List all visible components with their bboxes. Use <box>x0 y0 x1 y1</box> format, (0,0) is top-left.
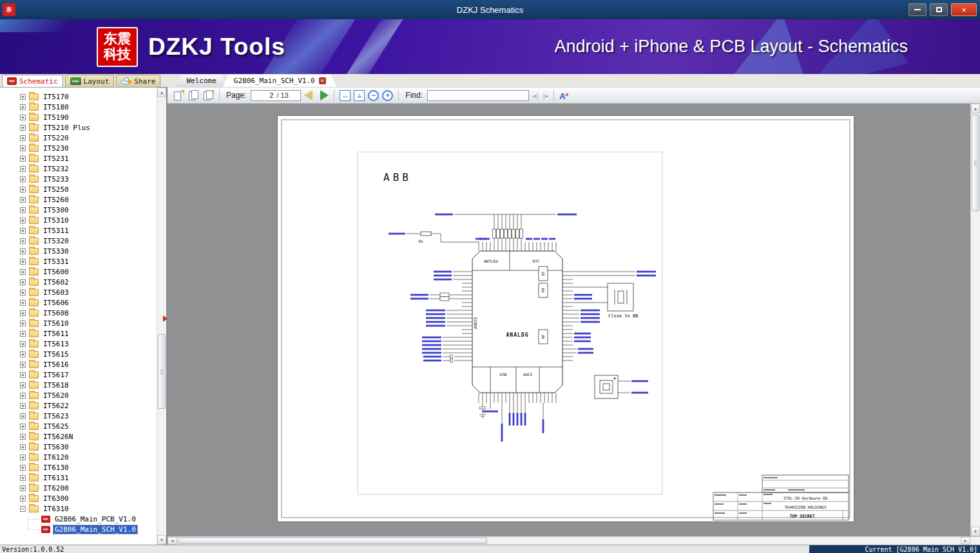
tree-folder[interactable]: +IT5220 <box>0 133 157 143</box>
expand-icon[interactable]: + <box>20 413 26 419</box>
viewer-scroll-track[interactable] <box>971 113 980 527</box>
expand-icon[interactable]: + <box>20 321 26 326</box>
expand-icon[interactable]: + <box>20 444 26 450</box>
font-size-icon[interactable]: Aa <box>559 90 568 100</box>
expand-icon[interactable]: + <box>20 104 26 110</box>
expand-icon[interactable]: + <box>20 310 26 316</box>
tree-folder[interactable]: +IT5625 <box>0 421 157 431</box>
page-number-input[interactable]: 2 / 13 <box>251 90 301 101</box>
expand-icon[interactable]: + <box>20 176 26 182</box>
tree-folder[interactable]: +IT5602 <box>0 277 157 287</box>
viewer-vertical-scrollbar[interactable]: ▲ ▼ <box>970 104 980 536</box>
tree-folder[interactable]: +IT6120 <box>0 452 157 462</box>
doc-tab-welcome[interactable]: Welcome <box>175 75 227 87</box>
next-page-button[interactable] <box>320 90 329 100</box>
tree-folder-expanded[interactable]: −IT6310 <box>0 503 157 514</box>
tree-folder[interactable]: +IT5331 <box>0 256 157 267</box>
tree-folder[interactable]: +IT5310 <box>0 215 157 225</box>
expand-icon[interactable]: + <box>20 115 26 120</box>
fit-width-button[interactable]: ↔ <box>340 90 351 101</box>
expand-icon[interactable]: + <box>20 145 26 151</box>
scroll-right-icon[interactable]: ► <box>961 537 970 545</box>
expand-icon[interactable]: + <box>20 269 26 275</box>
tree-folder[interactable]: +IT5630 <box>0 442 157 452</box>
viewer-scroll-thumb[interactable] <box>972 115 979 211</box>
tree-folder[interactable]: +IT6200 <box>0 483 157 493</box>
tree-folder[interactable]: +IT5330 <box>0 246 157 256</box>
tree-folder[interactable]: +IT5613 <box>0 339 157 349</box>
single-page-view-icon[interactable] <box>173 89 184 101</box>
tree-folder[interactable]: +IT5615 <box>0 349 157 359</box>
tree-folder[interactable]: +IT5232 <box>0 164 157 174</box>
scroll-down-icon[interactable]: ▼ <box>157 535 166 545</box>
find-previous-icon[interactable]: ◄| <box>532 92 539 99</box>
tree-folder[interactable]: +IT6131 <box>0 473 157 483</box>
expand-icon[interactable]: + <box>20 228 26 234</box>
tree-folder[interactable]: +IT5608 <box>0 308 157 318</box>
expand-icon[interactable]: + <box>20 125 26 131</box>
tree-folder[interactable]: +IT5231 <box>0 153 157 164</box>
tab-schematic[interactable]: PDF Schematic <box>2 75 63 87</box>
scroll-left-icon[interactable]: ◄ <box>168 537 177 545</box>
sidebar-scroll-thumb[interactable] <box>158 334 166 409</box>
scroll-up-icon[interactable]: ▲ <box>157 88 166 97</box>
expand-icon[interactable]: + <box>20 465 26 471</box>
tree-folder[interactable]: +IT5320 <box>0 236 157 246</box>
copy-page-icon[interactable] <box>187 89 199 101</box>
tree-folder[interactable]: +IT5626N <box>0 431 157 442</box>
tree-folder[interactable]: +IT5170 <box>0 91 157 102</box>
tree-folder[interactable]: +IT5603 <box>0 287 157 297</box>
expand-icon[interactable]: + <box>20 238 26 244</box>
pdf-canvas[interactable]: ABB WHTLED RTC AUDIO AN <box>168 104 970 536</box>
tree-folder[interactable]: +IT5616 <box>0 359 157 370</box>
tree-folder[interactable]: +IT6130 <box>0 462 157 473</box>
expand-icon[interactable]: + <box>20 259 26 265</box>
close-button[interactable]: × <box>951 3 977 16</box>
splitter-collapse-icon[interactable] <box>163 315 168 322</box>
tree-folder[interactable]: +IT5230 <box>0 143 157 153</box>
expand-icon[interactable]: + <box>20 393 26 398</box>
find-next-icon[interactable]: |► <box>542 92 548 99</box>
tree-folder[interactable]: +IT5620 <box>0 390 157 400</box>
doc-tab-active[interactable]: G2806_Main_SCH_V1.0 × <box>223 75 337 87</box>
tree-folder[interactable]: +IT5190 <box>0 112 157 122</box>
find-input[interactable] <box>427 90 529 101</box>
expand-icon[interactable]: + <box>20 372 26 378</box>
tree-folder[interactable]: +IT5260 <box>0 194 157 205</box>
expand-icon[interactable]: + <box>20 300 26 306</box>
zoom-out-button[interactable]: − <box>368 90 379 101</box>
scroll-up-icon[interactable]: ▲ <box>971 104 980 113</box>
expand-icon[interactable]: + <box>20 424 26 429</box>
expand-icon[interactable]: + <box>20 156 26 162</box>
expand-icon[interactable]: + <box>20 197 26 203</box>
horizontal-scroll-thumb[interactable] <box>178 538 487 544</box>
tree-folder[interactable]: +IT5618 <box>0 380 157 390</box>
previous-page-button[interactable] <box>304 90 312 100</box>
maximize-button[interactable] <box>930 3 948 16</box>
tree-folder[interactable]: +IT5600 <box>0 267 157 277</box>
tree-folder[interactable]: +IT6300 <box>0 493 157 503</box>
expand-icon[interactable]: + <box>20 207 26 213</box>
tab-share[interactable]: Share <box>116 75 160 87</box>
expand-icon[interactable]: + <box>20 496 26 501</box>
expand-icon[interactable]: + <box>20 351 26 357</box>
tree-folder[interactable]: +IT5610 <box>0 318 157 328</box>
expand-icon[interactable]: + <box>20 94 26 100</box>
tab-layout[interactable]: PADS Layout <box>65 75 115 87</box>
horizontal-scroll-track[interactable] <box>177 537 961 545</box>
tree-file[interactable]: PDFG2806_Main_PCB_V1.0 <box>0 514 157 524</box>
tree-folder[interactable]: +IT5250 <box>0 184 157 194</box>
expand-icon[interactable]: + <box>20 403 26 409</box>
minimize-button[interactable] <box>908 3 927 16</box>
tree-folder[interactable]: +IT5180 <box>0 102 157 112</box>
expand-icon[interactable]: + <box>20 279 26 285</box>
expand-icon[interactable]: + <box>20 187 26 192</box>
expand-icon[interactable]: + <box>20 331 26 337</box>
multi-page-view-icon[interactable] <box>202 89 214 101</box>
viewer-horizontal-scrollbar[interactable]: ◄ ► <box>168 536 980 545</box>
expand-icon[interactable]: + <box>20 166 26 172</box>
expand-icon[interactable]: + <box>20 218 26 223</box>
tree-folder[interactable]: +IT5623 <box>0 411 157 421</box>
tree-folder[interactable]: +IT5210 Plus <box>0 122 157 133</box>
tree-folder[interactable]: +IT5617 <box>0 370 157 380</box>
